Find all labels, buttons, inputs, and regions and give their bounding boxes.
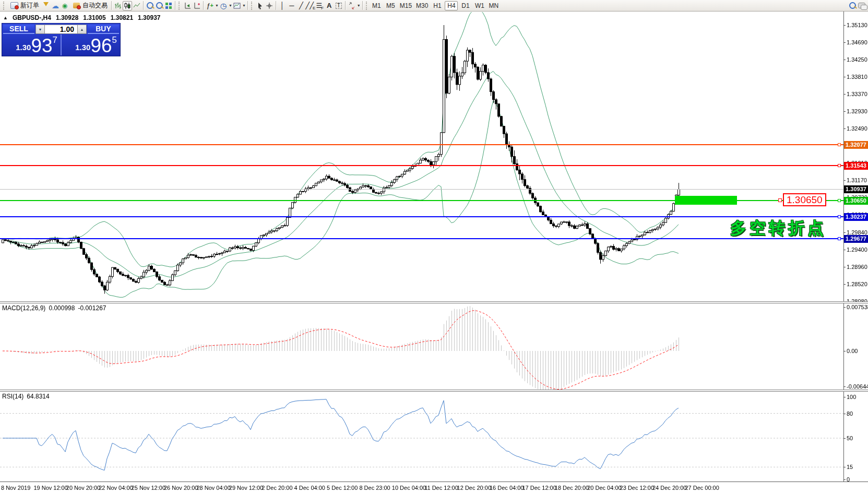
price-tag: 1.30237 xyxy=(844,213,868,221)
new-order-button[interactable]: 新订单 xyxy=(7,1,41,10)
time-axis-label: 11 Dec 12:00 xyxy=(424,485,458,491)
toolbar-grip[interactable] xyxy=(3,2,6,10)
crosshair-icon[interactable] xyxy=(265,1,274,10)
time-axis-label: 25 Nov 12:00 xyxy=(132,485,165,491)
line-anchor-marker xyxy=(838,199,841,202)
data-folder-icon[interactable] xyxy=(41,1,51,10)
new-order-label: 新订单 xyxy=(20,1,39,10)
price-tag: 1.30937 xyxy=(844,185,868,193)
signals-icon[interactable]: ◉ xyxy=(60,1,69,10)
timeframe-h4[interactable]: H4 xyxy=(445,1,458,10)
time-axis-label: 2 Dec 20:00 xyxy=(261,485,292,491)
turning-point-note[interactable]: 多空转折点 xyxy=(730,217,827,239)
price-tick-label: 1.28520 xyxy=(847,281,867,287)
toolbar-separator xyxy=(276,1,276,10)
chart-shift-icon[interactable] xyxy=(183,1,192,10)
chat-icon[interactable] xyxy=(857,1,866,10)
timeframe-m15[interactable]: M15 xyxy=(398,1,413,10)
templates-icon[interactable] xyxy=(232,1,242,10)
zoom-in-icon[interactable] xyxy=(145,1,154,10)
toolbar-grip[interactable] xyxy=(366,2,368,10)
line-chart-icon[interactable] xyxy=(132,1,141,10)
level-label-anchor[interactable] xyxy=(778,198,782,202)
price-tag: 1.32077 xyxy=(844,141,868,149)
price-tick-mark xyxy=(843,232,846,233)
periods-dropdown-icon[interactable]: ▼ xyxy=(229,4,232,7)
timeframe-m1[interactable]: M1 xyxy=(370,1,383,10)
toolbar-grip[interactable] xyxy=(179,2,181,10)
time-axis-label: 26 Nov 20:00 xyxy=(164,485,198,491)
macd-panel-splitter[interactable] xyxy=(0,301,868,303)
vertical-line-tool-icon[interactable]: │ xyxy=(278,1,287,10)
price-tick-label: 1.35130 xyxy=(847,22,867,28)
price-tag: 1.30650 xyxy=(844,197,868,205)
autotrading-button[interactable]: 自动交易 xyxy=(69,1,110,10)
arrows-dropdown-icon[interactable]: ▼ xyxy=(357,4,361,7)
highlight-zone-rectangle[interactable] xyxy=(675,196,737,205)
toolbar-separator xyxy=(203,1,204,10)
time-axis-label: 16 Dec 04:00 xyxy=(490,485,524,491)
one-click-trading-panel: SELL ▼ ▲ BUY 1.30937 1.30965 xyxy=(2,23,121,56)
buy-price[interactable]: 1.30965 xyxy=(61,34,120,55)
timeframe-m30[interactable]: M30 xyxy=(414,1,430,10)
buy-button[interactable]: BUY xyxy=(88,25,119,34)
trendline-tool-icon[interactable]: ╱ xyxy=(296,1,306,10)
volume-input[interactable] xyxy=(45,25,77,34)
horizontal-line-tool-icon[interactable]: ─ xyxy=(287,1,296,10)
indicators-dropdown-icon[interactable]: ▼ xyxy=(215,4,219,7)
toolbar-separator xyxy=(143,1,144,10)
tile-windows-icon[interactable] xyxy=(164,1,173,10)
main-toolbar: 新订单 ☁ ◉ 自动交易 xyxy=(0,0,868,11)
new-order-icon xyxy=(9,1,19,10)
timeframe-mn[interactable]: MN xyxy=(487,1,500,10)
price-level-line[interactable] xyxy=(0,216,843,217)
chart-surface[interactable] xyxy=(0,0,868,493)
time-axis-label: 5 Dec 12:00 xyxy=(327,485,358,491)
periods-icon[interactable]: ◷ xyxy=(219,1,228,10)
rsi-panel-splitter[interactable] xyxy=(0,390,868,392)
text-tool-icon[interactable]: A xyxy=(325,1,334,10)
bar-chart-icon[interactable] xyxy=(113,1,123,10)
time-axis-label: 20 Dec 04:00 xyxy=(587,485,621,491)
price-tick-label: 1.32490 xyxy=(847,125,867,132)
equidistant-channel-tool-icon[interactable]: ╱╱E xyxy=(306,1,315,10)
price-tick-mark xyxy=(843,284,846,285)
auto-scroll-icon[interactable] xyxy=(192,1,201,10)
indicators-icon[interactable]: ƒ+ xyxy=(205,1,215,10)
timeframe-m5[interactable]: M5 xyxy=(384,1,397,10)
toolbar-grip[interactable] xyxy=(251,2,254,10)
fibonacci-tool-icon[interactable]: ☰F xyxy=(315,1,325,10)
time-axis-label: 28 Nov 04:00 xyxy=(196,485,230,491)
volume-decrease-button[interactable]: ▼ xyxy=(35,25,45,34)
search-icon[interactable] xyxy=(848,1,857,10)
time-axis-line xyxy=(0,482,868,482)
price-tick-mark xyxy=(843,25,846,26)
timeframe-w1[interactable]: W1 xyxy=(473,1,486,10)
time-axis-label: 17 Dec 12:00 xyxy=(522,485,556,491)
cursor-icon[interactable] xyxy=(255,1,265,10)
sell-button[interactable]: SELL xyxy=(3,25,34,34)
price-level-line[interactable] xyxy=(0,165,843,166)
arrows-tool-icon[interactable] xyxy=(347,1,356,10)
sell-price[interactable]: 1.30937 xyxy=(2,34,61,55)
rsi-tick-mark xyxy=(843,438,846,439)
symbol-period: GBPUSD-,H4 xyxy=(13,14,51,21)
text-label-tool-icon[interactable]: T xyxy=(334,1,343,10)
symbol-arrow-icon: ▲ xyxy=(3,15,8,20)
price-level-line[interactable] xyxy=(0,238,843,239)
time-axis-label: 12 Dec 20:00 xyxy=(457,485,491,491)
community-icon[interactable]: ☁ xyxy=(51,1,60,10)
price-tick-mark xyxy=(843,250,846,250)
sell-price-big: 93 xyxy=(31,37,52,54)
time-axis-label: 23 Dec 12:00 xyxy=(620,485,654,491)
templates-dropdown-icon[interactable]: ▼ xyxy=(242,4,246,7)
rsi-axis-label: 100 xyxy=(847,394,856,400)
volume-increase-button[interactable]: ▲ xyxy=(77,25,87,34)
timeframe-h1[interactable]: H1 xyxy=(431,1,444,10)
timeframe-d1[interactable]: D1 xyxy=(459,1,472,10)
zoom-out-icon[interactable] xyxy=(154,1,164,10)
price-level-line[interactable] xyxy=(0,144,843,145)
candlestick-chart-icon[interactable] xyxy=(123,1,132,10)
level-label-box[interactable]: 1.30650 xyxy=(783,193,826,206)
time-axis-label: 19 Nov 12:00 xyxy=(33,485,67,491)
